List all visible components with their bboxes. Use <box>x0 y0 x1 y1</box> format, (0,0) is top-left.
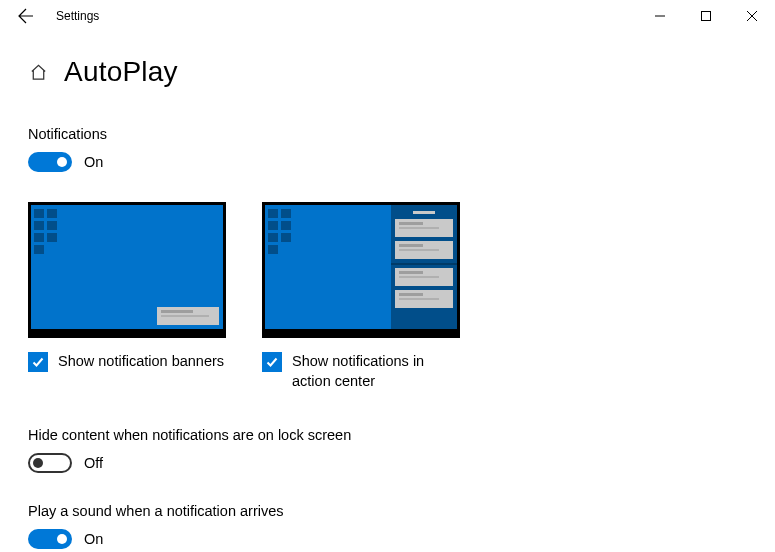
banners-checkbox[interactable] <box>28 352 48 372</box>
notifications-toggle-state: On <box>84 154 103 170</box>
arrow-left-icon <box>18 8 34 24</box>
preview-row: Show notification banners <box>28 202 747 391</box>
maximize-icon <box>701 11 711 21</box>
hide-content-toggle-row: Off <box>28 453 747 473</box>
hide-content-label: Hide content when notifications are on l… <box>28 427 747 443</box>
window-title: Settings <box>56 9 99 23</box>
window-controls <box>637 0 775 32</box>
titlebar: Settings <box>0 0 775 32</box>
action-center-checkbox-label: Show notifications in action center <box>292 352 460 391</box>
hide-content-toggle-state: Off <box>84 455 103 471</box>
action-center-checkbox[interactable] <box>262 352 282 372</box>
home-icon[interactable] <box>28 62 48 82</box>
action-center-preview <box>262 202 460 338</box>
close-icon <box>747 11 757 21</box>
hide-content-toggle[interactable] <box>28 453 72 473</box>
page-header: AutoPlay <box>28 56 747 88</box>
content-area: AutoPlay Notifications On <box>0 32 775 549</box>
notifications-toggle-row: On <box>28 152 747 172</box>
minimize-button[interactable] <box>637 0 683 32</box>
play-sound-toggle-row: On <box>28 529 747 549</box>
play-sound-toggle-state: On <box>84 531 103 547</box>
notifications-label: Notifications <box>28 126 747 142</box>
back-button[interactable] <box>6 0 46 32</box>
page-title: AutoPlay <box>64 56 178 88</box>
check-icon <box>31 355 45 369</box>
play-sound-label: Play a sound when a notification arrives <box>28 503 747 519</box>
maximize-button[interactable] <box>683 0 729 32</box>
check-icon <box>265 355 279 369</box>
banners-checkbox-label: Show notification banners <box>58 352 224 372</box>
play-sound-toggle[interactable] <box>28 529 72 549</box>
minimize-icon <box>655 11 665 21</box>
close-button[interactable] <box>729 0 775 32</box>
svg-rect-1 <box>702 12 711 21</box>
notifications-toggle[interactable] <box>28 152 72 172</box>
banner-preview <box>28 202 226 338</box>
